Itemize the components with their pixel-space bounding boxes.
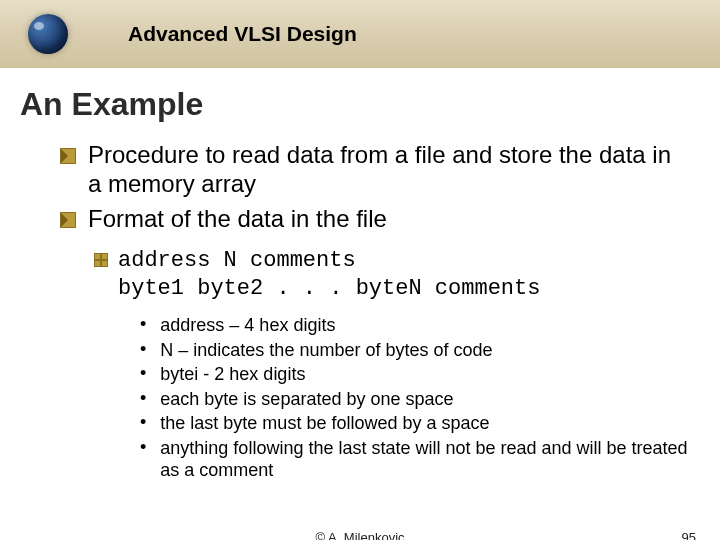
details-block: • address – 4 hex digits • N – indicates… [140,314,690,482]
bullet-text: Format of the data in the file [88,205,387,234]
bullet-level1: Procedure to read data from a file and s… [60,141,690,199]
bullet-level3: • bytei - 2 hex digits [140,363,690,386]
code-line: address N comments [118,247,540,275]
code-format-block: address N comments byte1 byte2 . . . byt… [94,247,690,482]
content-area: Procedure to read data from a file and s… [60,141,690,482]
bullet-dot-icon: • [140,413,146,431]
plus-box-icon [94,253,108,267]
detail-text: anything following the last state will n… [160,437,690,482]
bullet-level3: • anything following the last state will… [140,437,690,482]
bullet-level3: • N – indicates the number of bytes of c… [140,339,690,362]
bullet-dot-icon: • [140,438,146,456]
detail-text: address – 4 hex digits [160,314,335,337]
detail-text: bytei - 2 hex digits [160,363,305,386]
slide-title: An Example [20,86,720,123]
bullet-level2: address N comments byte1 byte2 . . . byt… [94,247,690,302]
bullet-dot-icon: • [140,364,146,382]
bullet-dot-icon: • [140,315,146,333]
header-band: Advanced VLSI Design [0,0,720,68]
bullet-level3: • each byte is separated by one space [140,388,690,411]
detail-text: N – indicates the number of bytes of cod… [160,339,492,362]
copyright-text: © A. Milenkovic [315,530,404,540]
code-line: byte1 byte2 . . . byteN comments [118,275,540,303]
detail-text: each byte is separated by one space [160,388,453,411]
bullet-level1: Format of the data in the file [60,205,690,234]
bullet-arrow-icon [60,148,76,164]
bullet-arrow-icon [60,212,76,228]
globe-icon [28,14,68,54]
bullet-level3: • address – 4 hex digits [140,314,690,337]
bullet-dot-icon: • [140,340,146,358]
page-number: 95 [682,530,696,540]
bullet-level3: • the last byte must be followed by a sp… [140,412,690,435]
bullet-text: Procedure to read data from a file and s… [88,141,690,199]
detail-text: the last byte must be followed by a spac… [160,412,489,435]
bullet-dot-icon: • [140,389,146,407]
course-title: Advanced VLSI Design [128,22,357,46]
